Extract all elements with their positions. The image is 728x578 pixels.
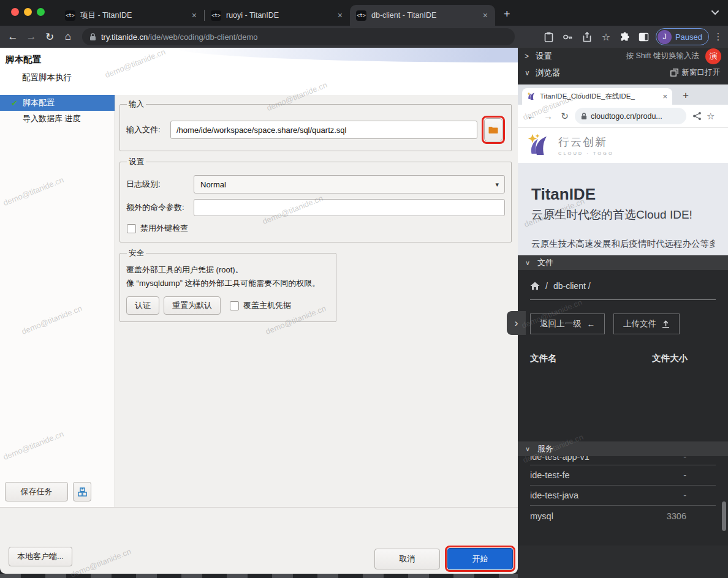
- back-icon[interactable]: ←: [523, 111, 540, 121]
- chevron-down-icon: ∨: [525, 445, 537, 453]
- local-client-button[interactable]: 本地客户端...: [9, 547, 72, 566]
- share-dots-icon[interactable]: [692, 111, 702, 121]
- new-tab-button[interactable]: +: [504, 8, 510, 21]
- sync-paused-label: Paused: [675, 32, 702, 42]
- dialog-button-bar: 本地客户端... 取消 开始: [0, 507, 518, 574]
- mini-browser-navbar: ← → ↻ cloudtogo.cn/produ... ☆: [518, 105, 728, 128]
- services-panel: ide-test-app-v1 - ide-test-fe - ide-test…: [518, 456, 728, 546]
- override-host-label: 覆盖主机凭据: [243, 300, 291, 311]
- brand-subtitle: CLOUD · TOGO: [558, 151, 614, 156]
- ime-hint: 按 Shift 键切换输入法: [626, 51, 699, 61]
- zoom-window-button[interactable]: [37, 8, 45, 16]
- reset-default-button[interactable]: 重置为默认: [164, 296, 221, 315]
- override-host-checkbox[interactable]: [230, 301, 239, 310]
- extensions-puzzle-icon[interactable]: [618, 29, 632, 44]
- sidebar-section-browser[interactable]: ∨ 浏览器 新窗口打开: [518, 64, 728, 81]
- sidebar-section-files[interactable]: ∨ 文件: [518, 255, 728, 270]
- close-tab-icon[interactable]: ×: [191, 10, 198, 20]
- table-row[interactable]: mysql 3306: [530, 506, 716, 526]
- close-tab-icon[interactable]: ×: [662, 92, 667, 101]
- chrome-menu-icon[interactable]: ⋮: [713, 31, 723, 42]
- chevron-right-icon: >: [525, 52, 536, 61]
- breadcrumb-path[interactable]: db-client /: [553, 281, 591, 291]
- sidebar-section-services[interactable]: ∨ 服务: [518, 441, 728, 456]
- back-icon[interactable]: ←: [4, 31, 22, 43]
- cloudtogo-favicon: [527, 92, 536, 101]
- mini-address-bar[interactable]: cloudtogo.cn/produ...: [575, 108, 686, 124]
- minimize-window-button[interactable]: [24, 8, 32, 16]
- mini-browser-tab[interactable]: TitanIDE_CloudIDE_在线IDE_ ×: [522, 88, 672, 105]
- url-path: /ide/web/coding/db-client/demo: [148, 32, 257, 42]
- config-form: 输入 输入文件: 设置 日志级别:: [115, 95, 518, 507]
- profile-paused-capsule[interactable]: J Paused: [656, 28, 709, 45]
- start-button[interactable]: 开始: [447, 548, 513, 569]
- chevron-right-icon: ›: [515, 317, 518, 329]
- open-new-window-button[interactable]: 新窗口打开: [670, 67, 721, 78]
- save-task-button[interactable]: 保存任务: [5, 482, 68, 501]
- table-row[interactable]: ide-test-fe -: [530, 465, 716, 486]
- reload-icon[interactable]: ↻: [556, 111, 573, 122]
- titanide-favicon: <t>: [356, 10, 366, 21]
- save-task-as-button[interactable]: [73, 482, 91, 501]
- input-file-field[interactable]: [170, 121, 477, 139]
- go-up-button[interactable]: 返回上一级 ←: [530, 313, 605, 334]
- demo-badge[interactable]: 演: [705, 48, 721, 64]
- cloudtogo-logo: [528, 133, 552, 158]
- browse-folder-button[interactable]: [484, 118, 502, 141]
- hero-paragraph: 云原生技术高速发展和后疫情时代远程办公等多因素的: [531, 238, 715, 250]
- table-row[interactable]: ide-test-app-v1 -: [530, 456, 716, 465]
- home-icon[interactable]: ⌂: [59, 31, 77, 43]
- mini-new-tab-button[interactable]: +: [683, 89, 689, 102]
- chevron-down-icon: ∨: [525, 69, 536, 77]
- upload-file-button[interactable]: 上传文件: [613, 313, 680, 334]
- forward-icon[interactable]: →: [540, 111, 556, 121]
- tab-db-client-active[interactable]: <t> db-client - TitanIDE ×: [350, 5, 495, 26]
- disable-fk-label: 禁用外键检查: [140, 223, 188, 234]
- bookmark-star-icon[interactable]: ☆: [707, 111, 715, 122]
- disable-fk-checkbox[interactable]: [127, 224, 136, 233]
- tab-title: ruoyi - TitanIDE: [226, 11, 336, 20]
- check-icon: ✔: [11, 99, 21, 108]
- side-panel-icon[interactable]: [637, 29, 651, 44]
- dialog-header: 脚本配置 配置脚本执行: [0, 48, 518, 95]
- breadcrumb: / db-client /: [530, 270, 716, 291]
- step-import-progress[interactable]: 导入数据库 进度: [0, 111, 115, 127]
- dialog-subtitle: 配置脚本执行: [22, 72, 72, 83]
- folder-button-highlight: [482, 116, 505, 144]
- step-script-config[interactable]: ✔ 脚本配置: [0, 95, 115, 111]
- scrollbar-thumb[interactable]: [722, 501, 726, 531]
- mini-url: cloudtogo.cn/produ...: [591, 112, 662, 121]
- close-tab-icon[interactable]: ×: [482, 10, 489, 20]
- col-filename: 文件名: [530, 353, 557, 364]
- extra-args-label: 额外的命令参数:: [126, 202, 194, 213]
- share-icon[interactable]: [580, 29, 594, 44]
- close-tab-icon[interactable]: ×: [336, 10, 344, 20]
- table-row[interactable]: ide-test-java -: [530, 486, 716, 506]
- cancel-button[interactable]: 取消: [374, 549, 440, 569]
- mini-browser-tabstrip: TitanIDE_CloudIDE_在线IDE_ × +: [518, 84, 728, 105]
- address-bar[interactable]: try.titanide.cn /ide/web/coding/db-clien…: [82, 28, 515, 45]
- forward-icon[interactable]: →: [22, 31, 40, 43]
- page-stage: 脚本配置 配置脚本执行 ✔ 脚本配置 导入数据库 进度 保存任务: [0, 48, 728, 578]
- mini-tab-title: TitanIDE_CloudIDE_在线IDE_: [540, 92, 662, 101]
- auth-button[interactable]: 认证: [126, 296, 159, 315]
- sidebar-collapse-handle[interactable]: ›: [507, 311, 526, 335]
- start-button-highlight: 开始: [445, 546, 515, 572]
- tab-title: 项目 - TitanIDE: [80, 10, 191, 21]
- tab-ruoyi[interactable]: <t> ruoyi - TitanIDE ×: [205, 5, 350, 26]
- bookmark-star-icon[interactable]: ☆: [599, 29, 613, 44]
- clipboard-icon[interactable]: [542, 29, 556, 44]
- extra-args-field[interactable]: [194, 199, 505, 216]
- tab-project[interactable]: <t> 项目 - TitanIDE ×: [59, 5, 204, 26]
- tab-title: db-client - TitanIDE: [371, 11, 482, 20]
- sidebar-section-settings[interactable]: > 设置 按 Shift 键切换输入法 演: [518, 48, 728, 64]
- home-icon[interactable]: [530, 282, 540, 290]
- key-icon[interactable]: [561, 29, 575, 44]
- log-level-select[interactable]: Normal ▾: [194, 175, 505, 193]
- macos-traffic-lights[interactable]: [11, 8, 45, 16]
- close-window-button[interactable]: [11, 8, 19, 16]
- divider: [530, 299, 716, 300]
- reload-icon[interactable]: ↻: [40, 31, 59, 43]
- tab-search-chevron-icon[interactable]: [711, 10, 719, 16]
- log-level-label: 日志级别:: [126, 179, 194, 190]
